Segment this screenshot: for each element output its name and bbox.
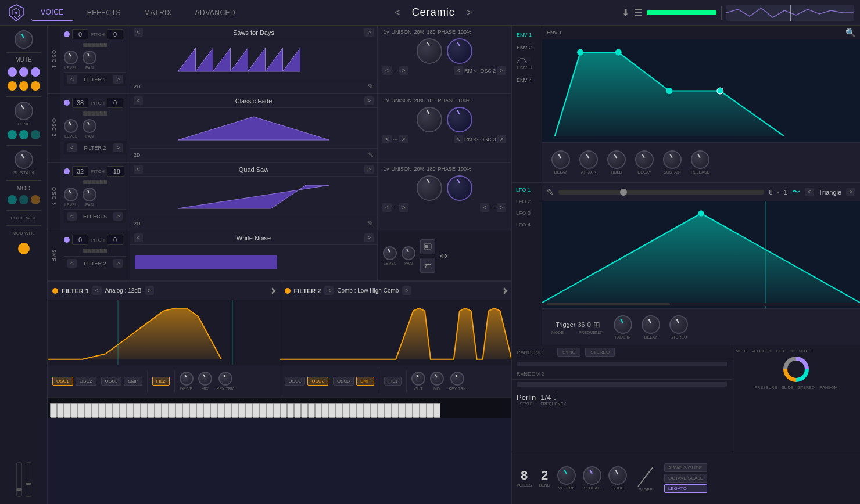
lfo-shape-icon[interactable]: 〜 xyxy=(792,187,800,197)
key-A2[interactable] xyxy=(182,403,189,418)
key-B1[interactable] xyxy=(141,403,148,418)
osc2-2d-label[interactable]: 2D xyxy=(134,152,141,158)
key-B4[interactable] xyxy=(287,403,294,418)
key-A0[interactable] xyxy=(85,403,92,418)
mod-icon3[interactable] xyxy=(31,195,40,204)
env1-tab[interactable]: ENV 1 xyxy=(514,30,539,39)
random2-bar[interactable] xyxy=(517,382,727,387)
key-C2[interactable] xyxy=(148,403,155,418)
env-decay-knob[interactable] xyxy=(635,150,654,169)
osc3-mod-prev[interactable]: < xyxy=(382,203,392,212)
osc1-active-dot[interactable] xyxy=(64,31,70,37)
key-A6[interactable] xyxy=(378,403,385,418)
osc1-pitch2[interactable]: 0 xyxy=(107,29,123,39)
lfo-shape-next[interactable]: > xyxy=(846,188,855,196)
lfo2-tab[interactable]: LFO 2 xyxy=(514,197,539,206)
strip2[interactable] xyxy=(26,462,31,497)
key-E3[interactable] xyxy=(210,403,217,418)
osc2-edit-icon[interactable]: ✎ xyxy=(368,151,374,159)
key-F7[interactable] xyxy=(413,403,420,418)
osc2-wave-next[interactable]: > xyxy=(364,96,374,105)
mute-osc2-dot[interactable] xyxy=(19,67,28,77)
osc1-filter-prev[interactable]: < xyxy=(67,75,77,84)
filter1-osc3-btn[interactable]: OSC3 xyxy=(101,377,122,386)
key-G4[interactable] xyxy=(273,403,280,418)
nav-tab-advanced[interactable]: ADVANCED xyxy=(185,5,245,20)
filter1-keytrk-knob[interactable] xyxy=(218,372,232,386)
key-B2[interactable] xyxy=(189,403,196,418)
key-E4[interactable] xyxy=(259,403,266,418)
osc1-2d-label[interactable]: 2D xyxy=(134,84,141,89)
legato-btn[interactable]: LEGATO xyxy=(664,484,707,493)
lfo-stereo-knob[interactable] xyxy=(669,315,688,334)
key-E2[interactable] xyxy=(162,403,169,418)
lfo1-tab[interactable]: LFO 1 xyxy=(514,185,539,195)
osc2-level-knob[interactable] xyxy=(64,119,78,133)
osc3-level-knob[interactable] xyxy=(64,188,78,201)
filter1-type-next[interactable]: > xyxy=(145,286,155,295)
key-E5[interactable] xyxy=(308,403,315,418)
mute-extra3-dot[interactable] xyxy=(31,81,40,91)
osc2-mod-next[interactable]: > xyxy=(399,135,408,143)
osc2-filter-next[interactable]: > xyxy=(113,143,123,152)
osc1-level-knob[interactable] xyxy=(64,51,78,64)
mod-color-wheel[interactable] xyxy=(783,357,809,382)
key-E7[interactable] xyxy=(406,403,413,418)
lfo-shape-prev[interactable]: < xyxy=(805,188,814,196)
key-D2[interactable] xyxy=(155,403,162,418)
key-C3[interactable] xyxy=(196,403,203,418)
osc2-rm-prev[interactable]: < xyxy=(454,135,463,143)
env-sustain-knob[interactable] xyxy=(663,150,682,169)
key-G1[interactable] xyxy=(127,403,134,418)
nav-tab-voice[interactable]: VOICE xyxy=(31,5,73,21)
key-G0[interactable] xyxy=(78,403,85,418)
filter2-osc2-btn[interactable]: OSC2 xyxy=(307,377,328,386)
env2-tab[interactable]: ENV 2 xyxy=(514,43,539,52)
osc3-pan-knob[interactable] xyxy=(83,188,96,201)
osc2-pitch2[interactable]: 0 xyxy=(107,98,123,108)
filter1-smp-btn[interactable]: SMP xyxy=(124,377,142,386)
key-B3[interactable] xyxy=(238,403,245,418)
smp-filter-prev[interactable]: < xyxy=(67,259,77,268)
osc3-pitch2[interactable]: -18 xyxy=(107,166,124,177)
key-E0[interactable] xyxy=(64,403,71,418)
key-D6[interactable] xyxy=(350,403,357,418)
osc2-mod-prev[interactable]: < xyxy=(382,135,392,143)
random1-sync-btn[interactable]: SYNC xyxy=(557,348,580,357)
osc1-wave-next[interactable]: > xyxy=(364,28,374,37)
osc1-wave-prev[interactable]: < xyxy=(134,28,143,37)
veltrk-knob[interactable] xyxy=(557,466,576,485)
smp-level-knob[interactable] xyxy=(383,246,397,260)
filter1-osc2-btn[interactable]: OSC2 xyxy=(76,377,96,386)
key-A7[interactable] xyxy=(427,403,433,418)
key-C5[interactable] xyxy=(294,403,301,418)
osc3-filter-next[interactable]: > xyxy=(113,212,123,221)
osc1-filter-next[interactable]: > xyxy=(113,75,123,84)
osc3-unison-knob[interactable] xyxy=(417,175,442,201)
key-G5[interactable] xyxy=(322,403,329,418)
tone-knob[interactable] xyxy=(15,102,33,120)
bend-value[interactable]: 2 xyxy=(541,469,548,482)
smp-active-dot[interactable] xyxy=(64,237,70,243)
key-D1[interactable] xyxy=(106,403,113,418)
env-search-icon[interactable]: 🔍 xyxy=(845,28,855,37)
lfo-paint-icon[interactable]: ✎ xyxy=(547,188,554,197)
next-patch-button[interactable]: > xyxy=(462,5,476,20)
osc3-rm-prev[interactable]: < xyxy=(480,203,489,212)
osc2-unison-knob[interactable] xyxy=(417,107,442,132)
osc2-pan-knob[interactable] xyxy=(83,119,96,133)
filter2-mix-knob[interactable] xyxy=(430,372,444,386)
filter1-fil2-btn[interactable]: FIL2 xyxy=(152,377,170,386)
env-release-knob[interactable] xyxy=(691,150,709,169)
osc1-rm-next[interactable]: > xyxy=(497,66,506,75)
key-A3[interactable] xyxy=(231,403,238,418)
key-C4[interactable] xyxy=(245,403,252,418)
key-F3[interactable] xyxy=(217,403,224,418)
env-delay-knob[interactable] xyxy=(551,150,570,169)
tone-icon1[interactable] xyxy=(8,130,17,139)
key-A1[interactable] xyxy=(134,403,141,418)
key-G3[interactable] xyxy=(224,403,231,418)
osc1-mod-next[interactable]: > xyxy=(399,66,408,75)
filter2-type-prev[interactable]: < xyxy=(324,286,334,295)
mute-osc3-dot[interactable] xyxy=(31,67,40,77)
